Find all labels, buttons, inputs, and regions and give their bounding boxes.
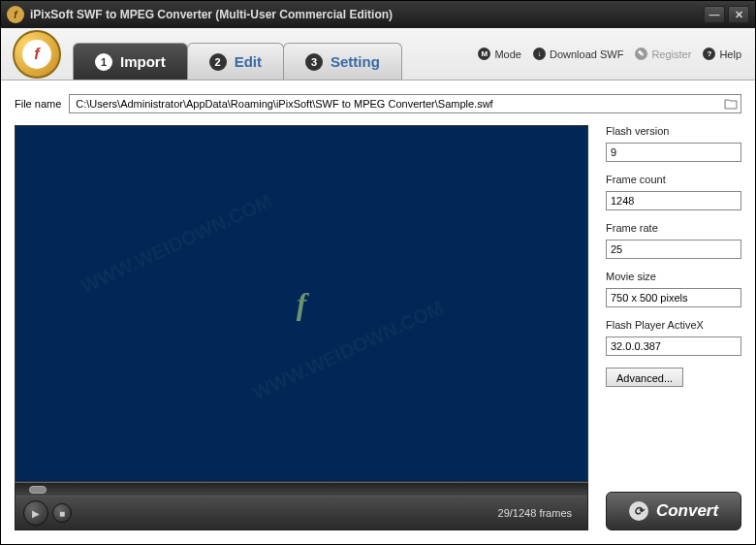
download-icon: ↓ (533, 48, 546, 60)
content-area: File name WWW.WEIDOWN.COM WWW.WEIDOWN.CO… (1, 80, 755, 544)
window-title: iPixSoft SWF to MPEG Converter (Multi-Us… (30, 8, 704, 21)
tab-label: Edit (235, 53, 262, 70)
flash-placeholder-icon: f (297, 286, 307, 322)
activex-field[interactable] (606, 337, 741, 356)
browse-button[interactable] (723, 97, 739, 111)
mode-icon: M (478, 48, 490, 60)
flash-version-field[interactable] (606, 143, 741, 162)
movie-size-field[interactable] (606, 288, 741, 307)
titlebar: f iPixSoft SWF to MPEG Converter (Multi-… (1, 1, 755, 28)
info-panel: Flash version Frame count Frame rate Mov… (606, 125, 741, 530)
tab-label: Import (120, 53, 166, 70)
mode-label: Mode (494, 48, 521, 60)
step-tabs: 1 Import 2 Edit 3 Setting (73, 28, 401, 80)
app-window: f iPixSoft SWF to MPEG Converter (Multi-… (0, 0, 756, 545)
tab-number: 2 (209, 53, 227, 71)
scrubber[interactable] (16, 483, 587, 497)
main-row: WWW.WEIDOWN.COM WWW.WEIDOWN.COM f ▶ ■ 29… (15, 125, 741, 530)
header: f 1 Import 2 Edit 3 Setting M Mode ↓ (1, 28, 755, 80)
activex-label: Flash Player ActiveX (606, 319, 741, 331)
tab-label: Setting (331, 53, 380, 70)
play-button[interactable]: ▶ (23, 500, 48, 526)
tab-number: 3 (305, 53, 323, 71)
register-link[interactable]: ✎ Register (635, 48, 691, 60)
help-link[interactable]: ? Help (703, 48, 741, 60)
frame-rate-field[interactable] (606, 240, 741, 259)
frame-rate-label: Frame rate (606, 222, 741, 234)
filename-input[interactable] (76, 95, 735, 112)
convert-button[interactable]: ⟳ Convert (606, 492, 741, 530)
advanced-button[interactable]: Advanced... (606, 368, 683, 387)
convert-label: Convert (656, 501, 718, 521)
filename-label: File name (15, 98, 61, 110)
minimize-button[interactable]: — (704, 6, 725, 23)
header-toolbar: M Mode ↓ Download SWF ✎ Register ? Help (401, 28, 755, 80)
flash-version-label: Flash version (606, 125, 741, 137)
file-row: File name (15, 94, 741, 113)
stop-button[interactable]: ■ (52, 503, 72, 523)
movie-size-label: Movie size (606, 271, 741, 282)
folder-icon (724, 98, 738, 110)
tab-setting[interactable]: 3 Setting (283, 43, 402, 80)
key-icon: ✎ (635, 48, 647, 60)
help-label: Help (719, 48, 741, 60)
help-icon: ? (703, 48, 715, 60)
scrubber-handle[interactable] (29, 486, 47, 494)
preview-area: WWW.WEIDOWN.COM WWW.WEIDOWN.COM f ▶ ■ 29… (15, 125, 588, 530)
flash-logo-icon: f (22, 40, 51, 69)
tab-edit[interactable]: 2 Edit (187, 43, 284, 80)
frame-counter: 29/1248 frames (76, 507, 580, 519)
register-label: Register (651, 48, 691, 60)
watermark: WWW.WEIDOWN.COM (249, 296, 447, 403)
download-label: Download SWF (550, 48, 623, 60)
frame-count-field[interactable] (606, 191, 741, 210)
download-swf-link[interactable]: ↓ Download SWF (533, 48, 623, 60)
filename-input-wrapper (69, 94, 741, 113)
control-row: ▶ ■ 29/1248 frames (16, 497, 587, 529)
swf-preview: WWW.WEIDOWN.COM WWW.WEIDOWN.COM f (15, 125, 588, 482)
player-controls: ▶ ■ 29/1248 frames (15, 482, 588, 530)
close-button[interactable]: ✕ (728, 6, 749, 23)
app-icon: f (7, 6, 24, 23)
mode-link[interactable]: M Mode (478, 48, 521, 60)
tab-import[interactable]: 1 Import (73, 43, 188, 80)
convert-icon: ⟳ (629, 501, 648, 521)
tab-number: 1 (95, 53, 112, 71)
app-logo: f (13, 30, 61, 79)
watermark: WWW.WEIDOWN.COM (78, 190, 275, 298)
frame-count-label: Frame count (606, 174, 741, 185)
window-buttons: — ✕ (704, 6, 749, 23)
